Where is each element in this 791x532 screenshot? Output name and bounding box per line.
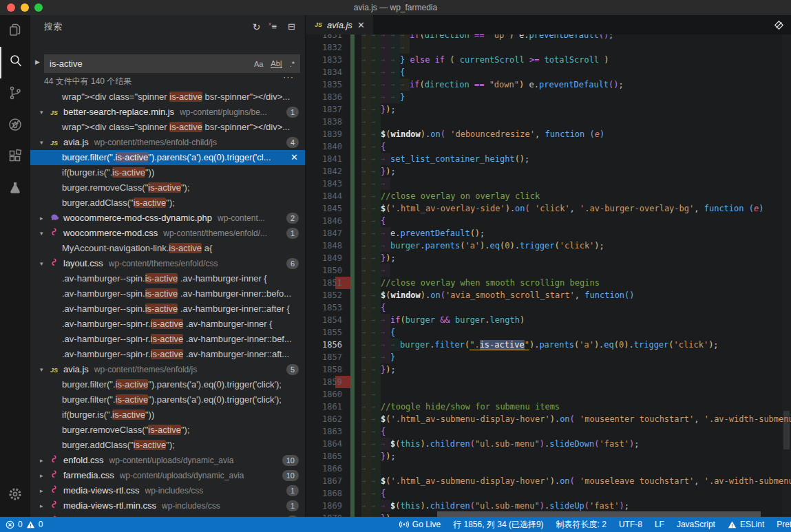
search-result-row[interactable]: .av-hamburger--spin-r.is-active .av-hamb… [30, 317, 306, 332]
search-result-row[interactable]: .av-hamburger--spin-r.is-active .av-hamb… [30, 347, 306, 362]
sidebar-item-testing[interactable] [0, 173, 30, 205]
chevron-right-icon[interactable]: ▸ [40, 468, 50, 483]
prettier-status[interactable]: Prettier [777, 517, 791, 532]
code-line[interactable]: 1861→→//toogle hide/show for submenu ite… [306, 401, 791, 413]
split-editor-icon[interactable] [774, 20, 784, 33]
scrollbar-thumb[interactable] [783, 411, 790, 449]
sidebar-item-extensions[interactable] [0, 142, 30, 173]
code-line[interactable]: 1848→→→burger.parents('a').eq(0).trigger… [306, 240, 791, 252]
code-line[interactable]: 1864→→→$(this).children("ul.sub-menu").s… [306, 438, 791, 450]
search-file-row[interactable]: ▸farmedia.csswp-content/uploads/dynamic_… [30, 468, 306, 483]
code-line[interactable]: 1840→→{ [306, 140, 791, 153]
problems-button[interactable]: 0 0 [6, 517, 43, 532]
close-tab-icon[interactable]: ✕ [357, 20, 365, 30]
code-line[interactable]: 1847→→→e.preventDefault(); [306, 227, 791, 240]
code-line[interactable]: 1839→→$(window).on( 'debouncedresize', f… [306, 128, 791, 140]
code-line[interactable]: 1856→→→→burger.filter(".is-active").pare… [306, 339, 791, 351]
code-line[interactable]: 1832→→→→→ [306, 41, 791, 54]
code-line[interactable]: 1842→→}); [306, 165, 791, 178]
go-live-button[interactable]: Go Live [399, 517, 441, 532]
chevron-right-icon[interactable]: ▸ [40, 483, 50, 498]
search-result-row[interactable]: if(burger.is(".is-active")) [30, 165, 306, 180]
code-line[interactable]: 1845→→$('.html_av-overlay-side').on( 'cl… [306, 202, 791, 215]
sidebar-item-explorer[interactable] [0, 15, 30, 47]
search-result-row[interactable]: if(burger.is(".is-active")) [30, 407, 306, 423]
code-line[interactable]: 1855→→→{ [306, 326, 791, 339]
search-result-row[interactable]: MyAccount-navigation-link.is-active a{ [30, 241, 306, 256]
toggle-replace-icon[interactable]: ▶ [35, 58, 40, 65]
collapse-all-icon[interactable]: ⊟ [288, 21, 295, 32]
search-result-row[interactable]: burger.removeClass("is-active"); [30, 423, 306, 438]
search-result-row[interactable]: .av-hamburger--spin.is-active .av-hambur… [30, 286, 306, 301]
vertical-scrollbar[interactable] [782, 34, 791, 517]
chevron-right-icon[interactable]: ▸ [40, 211, 50, 226]
search-result-row[interactable]: burger.filter(".is-active").parents('a')… [30, 392, 306, 407]
chevron-down-icon[interactable]: ▾ [40, 256, 50, 271]
code-line[interactable]: 1834→→→→{ [306, 66, 791, 78]
eol-indicator[interactable]: LF [655, 517, 664, 532]
search-result-row[interactable]: wrap"><div class="spinner is-active bsr-… [30, 89, 306, 105]
search-file-row[interactable]: ▾JSbetter-search-replace.min.jswp-conten… [30, 105, 306, 120]
tab-size-indicator[interactable]: 制表符长度: 2 [556, 517, 607, 532]
code-line[interactable]: 1854→→→if(burger && burger.length) [306, 314, 791, 326]
code-line[interactable]: 1862→→$('.html_av-submenu-display-hover'… [306, 413, 791, 425]
search-result-row[interactable]: burger.addClass("is-active"); [30, 195, 306, 211]
encoding-indicator[interactable]: UTF-8 [619, 517, 642, 532]
code-line[interactable]: 1859→→ [306, 376, 791, 388]
search-result-row[interactable]: .av-hamburger--spin-r.is-active .av-hamb… [30, 332, 306, 347]
regex-toggle[interactable]: .* [290, 60, 295, 68]
code-line[interactable]: 1868→→{ [306, 487, 791, 500]
search-file-row[interactable]: ▾woocommerce-mod.csswp-content/themes/en… [30, 226, 306, 241]
search-file-row[interactable]: ▸enfold.csswp-content/uploads/dynamic_av… [30, 453, 306, 468]
code-line[interactable]: 1836→→→→} [306, 91, 791, 103]
code-line[interactable]: 1838→→ [306, 116, 791, 128]
search-file-row[interactable]: ▸media-views-rtl.min.csswp-includes/css1 [30, 498, 306, 513]
eslint-status[interactable]: ESLint [728, 517, 764, 532]
code-line[interactable]: 1863→→{ [306, 425, 791, 438]
code-line[interactable]: 1865→→}); [306, 450, 791, 462]
sidebar-item-debug[interactable] [0, 110, 30, 142]
language-mode[interactable]: JavaScript [677, 517, 715, 532]
horizontal-scrollbar[interactable] [437, 511, 761, 517]
code-line[interactable]: 1866→→ [306, 462, 791, 475]
search-input[interactable] [44, 54, 237, 73]
code-line[interactable]: 1852→→$(window).on('avia_smooth_scroll_s… [306, 289, 791, 301]
code-line[interactable]: 1831→→→→→if(direction == "up") e.prevent… [306, 34, 791, 41]
chevron-down-icon[interactable]: ▾ [40, 226, 50, 241]
code-line[interactable]: 1867→→$('.html_av-submenu-display-hover'… [306, 475, 791, 487]
chevron-down-icon[interactable]: ▾ [40, 362, 50, 377]
code-line[interactable]: 1853→→{ [306, 301, 791, 314]
code-line[interactable]: 1869→→→$(this).children("ul.sub-menu").s… [306, 500, 791, 512]
sidebar-item-source-control[interactable] [0, 78, 30, 110]
search-result-row[interactable]: burger.filter(".is-active").parents('a')… [30, 150, 306, 165]
sidebar-item-search[interactable] [0, 47, 30, 78]
search-file-row[interactable]: ▸media-views-rtl.csswp-includes/css1 [30, 483, 306, 498]
more-actions-icon[interactable]: ··· [283, 72, 294, 82]
code-line[interactable]: 1846→→{ [306, 215, 791, 227]
settings-button[interactable] [0, 480, 30, 511]
chevron-right-icon[interactable]: ▸ [40, 453, 50, 468]
search-result-row[interactable]: burger.removeClass("is-active"); [30, 180, 306, 195]
code-line[interactable]: 1833→→→→} else if ( currentScroll >= tot… [306, 54, 791, 66]
code-line[interactable]: 1843→→→ [306, 178, 791, 190]
tab-avia-js[interactable]: JS avia.js ✕ [306, 15, 373, 34]
code-editor[interactable]: 1831→→→→→if(direction == "up") e.prevent… [306, 34, 791, 517]
search-result-row[interactable]: burger.filter(".is-active").parents('a')… [30, 377, 306, 392]
code-line[interactable]: 1851→→//close overlay when smooth scroll… [306, 277, 791, 289]
search-result-row[interactable]: .av-hamburger--spin.is-active .av-hambur… [30, 301, 306, 317]
match-case-toggle[interactable]: Aa [254, 60, 263, 68]
code-line[interactable]: 1844→→//close overlay on overlay click [306, 190, 791, 202]
code-line[interactable]: 1841→→→set_list_container_height(); [306, 153, 791, 165]
code-line[interactable]: 1860→→ [306, 388, 791, 401]
search-result-row[interactable]: .av-hamburger--spin.is-active .av-hambur… [30, 271, 306, 286]
code-line[interactable]: 1858→→}); [306, 363, 791, 376]
search-file-row[interactable]: ▾JSavia.jswp-content/themes/enfold/js5 [30, 362, 306, 377]
chevron-down-icon[interactable]: ▾ [40, 135, 50, 150]
cursor-position[interactable]: 行 1856, 列 34 (已选择9) [453, 517, 543, 532]
code-line[interactable]: 1857→→→} [306, 351, 791, 363]
code-line[interactable]: 1837→→}); [306, 103, 791, 116]
dismiss-result-icon[interactable]: ✕ [291, 150, 298, 165]
search-file-row[interactable]: ▾layout.csswp-content/themes/enfold/css6 [30, 256, 306, 271]
search-result-row[interactable]: burger.addClass("is-active"); [30, 438, 306, 453]
refresh-icon[interactable]: ↻ [253, 21, 261, 32]
